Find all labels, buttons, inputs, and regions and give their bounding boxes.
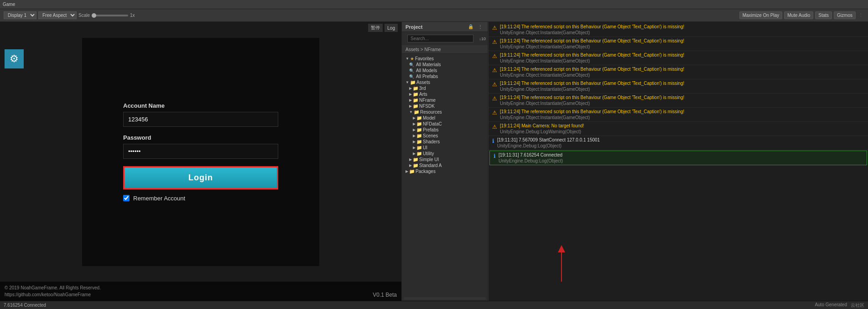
info-icon-9: ℹ: [494, 152, 496, 160]
panel-menu-btn[interactable]: ⋮: [477, 24, 484, 30]
folder-simpleui-label: Simple UI: [419, 157, 439, 162]
folder-nfdata-icon: 📁: [416, 121, 422, 126]
remember-checkbox[interactable]: [123, 195, 130, 201]
console-msg-3[interactable]: ⚠ [19:11:24] The referenced script on th…: [489, 65, 868, 79]
auto-generated-text: Auto Generated: [815, 302, 847, 309]
msg-line1-1: [19:11:24] The referenced script on this…: [500, 38, 684, 44]
panel-header-buttons: 🔒 ⋮: [467, 24, 484, 30]
msg-text-4: [19:11:24] The referenced script on this…: [500, 80, 684, 92]
console-msg-1[interactable]: ⚠ [19:11:24] The referenced script on th…: [489, 37, 868, 51]
project-search-input[interactable]: [407, 35, 473, 42]
msg-line2-2: UnityEngine.Object:Instantiate(GameObjec…: [500, 58, 684, 64]
folder-nfdata-arrow: ▶: [413, 122, 416, 126]
msg-line2-6: UnityEngine.Object:Instantiate(GameObjec…: [500, 115, 684, 120]
warn-icon-7: ⚠: [492, 123, 497, 131]
console-msg-6[interactable]: ⚠ [19:11:24] The referenced script on th…: [489, 108, 868, 122]
all-models-label: All Models: [416, 68, 437, 73]
msg-line2-4: UnityEngine.Object:Instantiate(GameObjec…: [500, 86, 684, 92]
warn-icon-0: ⚠: [492, 24, 497, 32]
msg-text-0: [19:11:24] The referenced script on this…: [500, 24, 684, 36]
aspect-select[interactable]: Free Aspect: [38, 11, 77, 19]
console-msg-0[interactable]: ⚠ [19:11:24] The referenced script on th…: [489, 23, 868, 37]
all-materials-label: All Materials: [416, 62, 441, 67]
resources-arrow: ▼: [409, 110, 413, 114]
assets-section[interactable]: ▼ 📁 Assets: [402, 79, 488, 85]
folder-nfdata[interactable]: ▶ 📁 NFDataC: [402, 121, 488, 127]
maximize-on-play-btn[interactable]: Maximize On Play: [739, 11, 783, 19]
panel-lock-btn[interactable]: 🔒: [467, 24, 475, 30]
resources-section[interactable]: ▼ 📁 Resources: [402, 109, 488, 115]
log-btn[interactable]: Log: [385, 24, 398, 32]
login-button[interactable]: Login: [123, 166, 278, 189]
folder-shaders[interactable]: ▶ 📁 Shaders: [402, 139, 488, 145]
folder-3rd[interactable]: ▶ 📁 3rd: [402, 85, 488, 91]
folder-utility[interactable]: ▶ 📁 Utility: [402, 151, 488, 157]
all-prefabs-item[interactable]: 🔍 All Prefabs: [402, 73, 488, 79]
folder-utility-label: Utility: [423, 151, 434, 156]
folder-arts-icon: 📁: [413, 92, 418, 97]
all-models-item[interactable]: 🔍 All Models: [402, 68, 488, 73]
msg-line2-9: UnityEngine.Debug:Log(Object): [499, 158, 563, 164]
folder-model-arrow: ▶: [413, 116, 416, 120]
folder-nframe-label: NFrame: [419, 98, 436, 103]
warn-icon-4: ⚠: [492, 81, 497, 89]
warn-icon-1: ⚠: [492, 38, 497, 46]
account-name-group: Account Name: [123, 102, 278, 127]
resources-label: Resources: [420, 110, 442, 115]
horizontal-scrollbar[interactable]: [404, 297, 486, 300]
remember-row: Remember Account: [123, 195, 278, 202]
project-panel: Project 🔒 ⋮ ↓10 Assets > NFrame ▼ ★ Favo…: [401, 22, 488, 301]
password-input[interactable]: [123, 144, 278, 159]
console-msg-7[interactable]: ⚠ [19:11:24] Main Camera: No target foun…: [489, 122, 868, 136]
folder-model[interactable]: ▶ 📁 Model: [402, 115, 488, 121]
warn-icon-5: ⚠: [492, 95, 497, 103]
folder-nfsdk[interactable]: ▶ 📁 NFSDK: [402, 103, 488, 109]
folder-arts-arrow: ▶: [409, 92, 412, 96]
msg-text-3: [19:11:24] The referenced script on this…: [500, 66, 684, 78]
warn-icon-3: ⚠: [492, 67, 497, 74]
folder-shaders-label: Shaders: [423, 139, 440, 144]
scale-label: Scale: [78, 13, 90, 18]
mute-audio-btn[interactable]: Mute Audio: [784, 11, 813, 19]
packages-section[interactable]: ▶ 📁 Packages: [402, 168, 488, 174]
msg-text-2: [19:11:24] The referenced script on this…: [500, 52, 684, 64]
stats-btn[interactable]: Stats: [815, 11, 832, 19]
packages-arrow: ▶: [405, 169, 408, 173]
scale-slider[interactable]: [92, 15, 128, 16]
console-msg-4[interactable]: ⚠ [19:11:24] The referenced script on th…: [489, 79, 868, 94]
folder-arts[interactable]: ▶ 📁 Arts: [402, 91, 488, 97]
gizmos-btn[interactable]: Gizmos: [834, 11, 856, 19]
folder-simpleui-arrow: ▶: [409, 157, 412, 162]
project-tree[interactable]: ▼ ★ Favorites 🔍 All Materials 🔍 All Mode…: [402, 54, 488, 296]
login-container: Account Name Password Login Remember Acc…: [82, 38, 319, 266]
warn-icon-2: ⚠: [492, 52, 497, 60]
account-name-input[interactable]: [123, 112, 278, 127]
console-msg-8[interactable]: ℹ [19:11:31] 7.567009 StartConnect 127.0…: [489, 136, 868, 150]
folder-ui[interactable]: ▶ 📁 UI: [402, 145, 488, 151]
favorites-section[interactable]: ▼ ★ Favorites: [402, 56, 488, 62]
folder-prefabs[interactable]: ▶ 📁 Prefabs: [402, 127, 488, 133]
console-panel: ⚠ [19:11:24] The referenced script on th…: [488, 22, 868, 301]
all-materials-item[interactable]: 🔍 All Materials: [402, 62, 488, 68]
version-text: V0.1 Beta: [373, 292, 397, 298]
folder-scenes[interactable]: ▶ 📁 Scenes: [402, 133, 488, 139]
console-msg-9-highlighted[interactable]: ℹ [19:11:31] 7.616254 Connected UnityEng…: [489, 151, 867, 165]
game-footer: © 2019 NoahGameFrame. All Rights Reserve…: [0, 282, 401, 301]
folder-nframe[interactable]: ▶ 📁 NFrame: [402, 97, 488, 103]
assets-label: Assets: [416, 80, 430, 85]
display-select[interactable]: Display 1: [4, 11, 36, 19]
pause-btn[interactable]: 暂停: [368, 24, 383, 32]
console-msg-5[interactable]: ⚠ [19:11:24] The referenced script on th…: [489, 94, 868, 108]
gear-icon-box: ⚙: [5, 49, 24, 68]
console-messages: ⚠ [19:11:24] The referenced script on th…: [489, 22, 868, 301]
arrow-annotation: [548, 245, 575, 287]
console-msg-2[interactable]: ⚠ [19:11:24] The referenced script on th…: [489, 51, 868, 65]
msg-text-7: [19:11:24] Main Camera: No target found!…: [500, 123, 584, 135]
game-label: Game: [3, 2, 15, 7]
top-toolbar: Game: [0, 0, 868, 9]
favorites-label: Favorites: [415, 56, 434, 61]
folder-standard[interactable]: ▶ 📁 Standard A: [402, 162, 488, 168]
folder-model-label: Model: [423, 115, 435, 120]
folder-simple-ui[interactable]: ▶ 📁 Simple UI: [402, 157, 488, 162]
assets-breadcrumb: Assets > NFrame: [402, 46, 488, 54]
